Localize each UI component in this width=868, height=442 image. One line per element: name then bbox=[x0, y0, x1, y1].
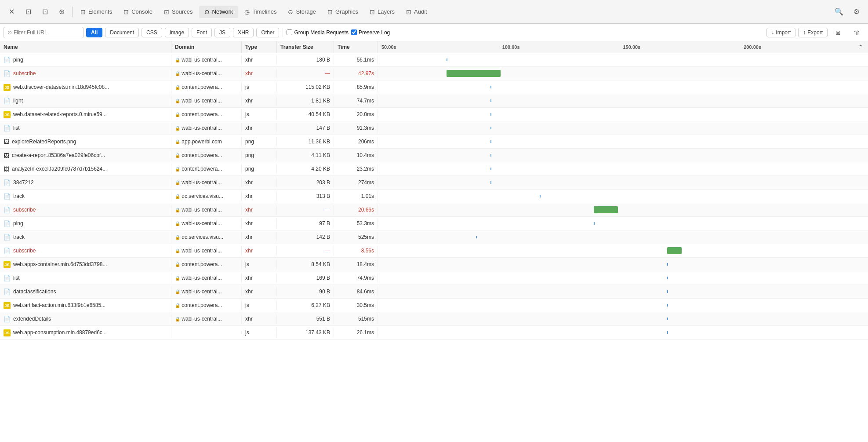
filter-input-wrap[interactable]: ⊙ bbox=[4, 27, 84, 38]
toolbar: ✕ ⊡ ⊡ ⊕ ⊡ Elements ⊡ Console ⊡ Sources ⊙… bbox=[0, 0, 868, 24]
table-row[interactable]: 📄 track 🔒 dc.services.visu... xhr 142 B … bbox=[0, 230, 868, 244]
filter-image-button[interactable]: Image bbox=[165, 28, 189, 37]
td-domain: 🔒 content.powera... bbox=[171, 300, 242, 310]
file-type-icon: JS bbox=[4, 261, 11, 268]
filter-input[interactable] bbox=[14, 29, 80, 36]
th-time[interactable]: Time bbox=[334, 41, 378, 53]
timeline-tick bbox=[447, 53, 447, 66]
lock-icon: 🔒 bbox=[175, 126, 180, 131]
filter-xhr-button[interactable]: XHR bbox=[233, 28, 254, 37]
filter-other-button[interactable]: Other bbox=[256, 28, 279, 37]
timeline-tick-bar bbox=[540, 195, 541, 197]
tab-console[interactable]: ⊡ Console bbox=[118, 6, 158, 18]
sources-icon: ⊡ bbox=[164, 8, 169, 15]
td-type: xhr bbox=[242, 191, 277, 201]
td-type: js bbox=[242, 300, 277, 310]
tab-storage[interactable]: ⊖ Storage bbox=[283, 6, 321, 18]
table-row[interactable]: 📄 ping 🔒 wabi-us-central... xhr 97 B 53.… bbox=[0, 217, 868, 230]
table-row[interactable]: 📄 subscribe 🔒 wabi-us-central... xhr — 8… bbox=[0, 244, 868, 258]
lock-icon: 🔒 bbox=[175, 167, 180, 172]
tab-audit[interactable]: ⊡ Audit bbox=[401, 6, 432, 18]
preserve-log-label[interactable]: Preserve Log bbox=[351, 29, 390, 36]
filter-all-button[interactable]: All bbox=[86, 28, 102, 37]
th-domain[interactable]: Domain bbox=[171, 41, 242, 53]
target-icon[interactable]: ⊕ bbox=[54, 4, 69, 20]
table-body[interactable]: 📄 ping 🔒 wabi-us-central... xhr 180 B 56… bbox=[0, 53, 868, 442]
td-timeline bbox=[378, 80, 868, 94]
tab-timelines[interactable]: ◷ Timelines bbox=[239, 6, 282, 18]
th-size[interactable]: Transfer Size bbox=[277, 41, 334, 53]
tab-layers[interactable]: ⊡ Layers bbox=[364, 6, 400, 18]
table-row[interactable]: 🖼 analyzeIn-excel.fa209fc0787d7b15624...… bbox=[0, 162, 868, 176]
table-row[interactable]: 📄 list 🔒 wabi-us-central... xhr 147 B 91… bbox=[0, 121, 868, 135]
table-row[interactable]: 📄 light 🔒 wabi-us-central... xhr 1.81 KB… bbox=[0, 94, 868, 108]
group-media-label[interactable]: Group Media Requests bbox=[287, 29, 348, 36]
td-time: 26.1ms bbox=[334, 328, 378, 337]
domain-text: wabi-us-central... bbox=[182, 70, 222, 77]
collapse-timeline-button[interactable]: ⌃ bbox=[858, 44, 863, 50]
th-domain-label: Domain bbox=[175, 44, 194, 50]
td-size: 115.02 KB bbox=[277, 82, 334, 92]
td-timeline bbox=[378, 149, 868, 162]
import-button[interactable]: ↓ Import bbox=[766, 28, 795, 37]
table-row[interactable]: 📄 ping 🔒 wabi-us-central... xhr 180 B 56… bbox=[0, 53, 868, 67]
file-type-icon: 📄 bbox=[4, 316, 11, 322]
name-text: light bbox=[13, 98, 23, 104]
timeline-tick-bar bbox=[490, 86, 491, 88]
td-type: xhr bbox=[242, 96, 277, 106]
table-row[interactable]: 📄 list 🔒 wabi-us-central... xhr 169 B 74… bbox=[0, 271, 868, 285]
close-icon[interactable]: ✕ bbox=[4, 4, 19, 20]
dock-icon[interactable]: ⊡ bbox=[20, 4, 36, 20]
table-row[interactable]: JS web.discover-datasets.min.18d945fc08.… bbox=[0, 80, 868, 94]
preserve-log-checkbox[interactable] bbox=[351, 29, 357, 35]
domain-text: dc.services.visu... bbox=[182, 193, 223, 199]
tab-graphics[interactable]: ⊡ Graphics bbox=[322, 6, 363, 18]
domain-text: wabi-us-central... bbox=[182, 125, 222, 131]
table-row[interactable]: 📄 track 🔒 dc.services.visu... xhr 313 B … bbox=[0, 190, 868, 203]
th-name[interactable]: Name bbox=[0, 41, 171, 53]
td-size: 203 B bbox=[277, 178, 334, 187]
name-text: subscribe bbox=[13, 207, 36, 213]
elements-icon: ⊡ bbox=[80, 8, 86, 15]
filter-css-button[interactable]: CSS bbox=[142, 28, 162, 37]
td-size: 11.36 KB bbox=[277, 137, 334, 146]
tab-sources[interactable]: ⊡ Sources bbox=[159, 6, 198, 18]
table-row[interactable]: 📄 subscribe 🔒 wabi-us-central... xhr — 4… bbox=[0, 67, 868, 80]
file-type-icon: 📄 bbox=[4, 220, 11, 227]
table-row[interactable]: 📄 subscribe 🔒 wabi-us-central... xhr — 2… bbox=[0, 203, 868, 217]
clear-icon[interactable]: ⊠ bbox=[830, 25, 846, 40]
td-type: xhr bbox=[242, 205, 277, 215]
td-size: — bbox=[277, 246, 334, 256]
td-timeline bbox=[378, 203, 868, 216]
timeline-tick-bar bbox=[667, 304, 668, 307]
td-name: 📄 list bbox=[0, 123, 171, 133]
table-row[interactable]: JS web.apps-container.min.6d753dd3798...… bbox=[0, 258, 868, 271]
table-row[interactable]: 📄 dataclassifications 🔒 wabi-us-central.… bbox=[0, 285, 868, 299]
timeline-tick bbox=[667, 258, 668, 271]
td-size: 313 B bbox=[277, 191, 334, 201]
tab-network[interactable]: ⊙ Network bbox=[199, 6, 239, 18]
tab-elements[interactable]: ⊡ Elements bbox=[75, 6, 117, 18]
table-row[interactable]: 📄 3847212 🔒 wabi-us-central... xhr 203 B… bbox=[0, 176, 868, 190]
table-row[interactable]: 📄 extendedDetails 🔒 wabi-us-central... x… bbox=[0, 312, 868, 326]
th-type[interactable]: Type bbox=[242, 41, 277, 53]
export-button[interactable]: ↑ Export bbox=[798, 28, 828, 37]
filter-divider bbox=[283, 28, 283, 37]
td-domain: 🔒 dc.services.visu... bbox=[171, 191, 242, 201]
filter-document-button[interactable]: Document bbox=[105, 28, 139, 37]
undock-icon[interactable]: ⊡ bbox=[37, 4, 53, 20]
table-header: Name Domain Type Transfer Size Time 50.0… bbox=[0, 41, 868, 53]
file-type-icon: JS bbox=[4, 84, 11, 91]
table-row[interactable]: 🖼 create-a-report.85386a7ea029fe06cbf...… bbox=[0, 149, 868, 162]
table-row[interactable]: JS web.artifact-action.min.633f9b1e6585.… bbox=[0, 299, 868, 312]
group-media-checkbox[interactable] bbox=[287, 29, 292, 35]
filter-js-button[interactable]: JS bbox=[214, 28, 230, 37]
settings-icon[interactable]: ⚙ bbox=[849, 4, 864, 20]
file-type-icon: 📄 bbox=[4, 207, 11, 213]
search-icon[interactable]: 🔍 bbox=[831, 4, 847, 20]
filter-font-button[interactable]: Font bbox=[192, 28, 212, 37]
table-row[interactable]: JS web.app-consumption.min.48879ed6c... … bbox=[0, 326, 868, 340]
trash-icon[interactable]: 🗑 bbox=[849, 25, 864, 40]
table-row[interactable]: 🖼 exploreRelatedReports.png 🔒 app.powerb… bbox=[0, 135, 868, 149]
table-row[interactable]: JS web.dataset-related-reports.0.min.e59… bbox=[0, 108, 868, 121]
